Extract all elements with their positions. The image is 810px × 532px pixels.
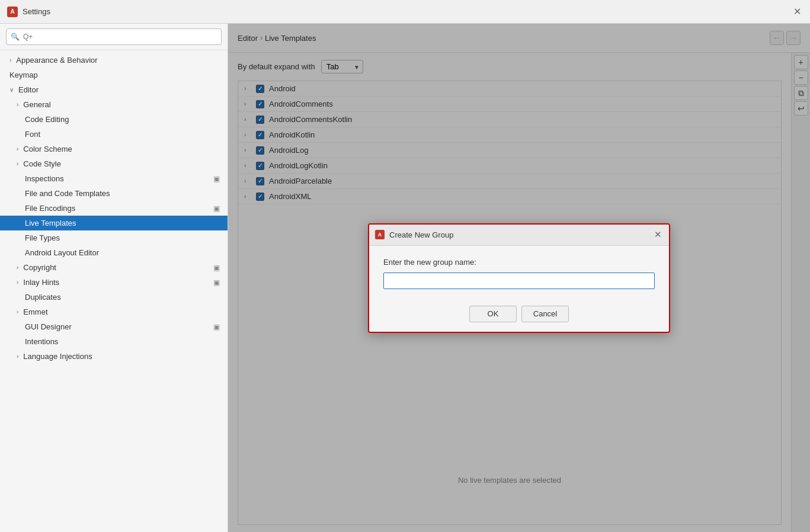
title-bar: A Settings ✕ [0,0,810,24]
modal-body: Enter the new group name: [369,246,669,299]
sidebar-item-color-scheme[interactable]: › Color Scheme [0,142,228,156]
modal-overlay: A Create New Group ✕ Enter the new group… [228,24,810,532]
sidebar-item-font[interactable]: Font [0,127,228,142]
sidebar-item-label: Inlay Hints [23,278,59,287]
sidebar-item-intentions[interactable]: Intentions [0,334,228,349]
sidebar-item-emmet[interactable]: › Emmet [0,305,228,319]
sidebar-item-label: Emmet [23,307,47,316]
sidebar: 🔍 › Appearance & Behavior Keymap ∨ Edit [0,24,228,532]
app-icon: A [7,7,18,17]
chevron-down-icon: ∨ [9,86,14,93]
sidebar-item-label: Code Style [23,159,61,168]
settings-badge-icon: ▣ [213,278,222,287]
search-input[interactable] [6,28,222,45]
sidebar-item-label: Duplicates [25,293,61,302]
chevron-right-icon: › [9,57,11,63]
chevron-right-icon: › [17,264,18,271]
sidebar-item-label: Font [25,130,40,139]
chevron-right-icon: › [17,146,18,152]
sidebar-nav: › Appearance & Behavior Keymap ∨ Editor … [0,50,228,532]
chevron-right-icon: › [17,309,18,315]
sidebar-item-label: General [23,100,50,109]
sidebar-item-label: Android Layout Editor [25,248,99,257]
create-group-dialog: A Create New Group ✕ Enter the new group… [368,223,670,333]
sidebar-item-appearance[interactable]: › Appearance & Behavior [0,53,228,68]
settings-badge-icon: ▣ [213,264,222,272]
modal-title: Create New Group [389,230,648,239]
sidebar-item-label: Intentions [25,337,58,346]
sidebar-item-live-templates[interactable]: Live Templates [0,216,228,230]
search-container: 🔍 [0,24,228,50]
chevron-right-icon: › [17,279,18,286]
modal-footer: OK Cancel [369,299,669,332]
modal-app-icon: A [375,230,385,239]
sidebar-item-file-encodings[interactable]: File Encodings ▣ [0,201,228,216]
sidebar-item-android-layout-editor[interactable]: Android Layout Editor [0,245,228,260]
chevron-right-icon: › [17,101,18,108]
sidebar-item-label: Keymap [9,70,38,79]
settings-badge-icon: ▣ [213,323,222,331]
group-name-input[interactable] [383,273,655,289]
sidebar-item-keymap[interactable]: Keymap [0,68,228,82]
window-title: Settings [23,7,50,16]
search-wrapper: 🔍 [6,28,222,45]
search-icon: 🔍 [11,33,20,41]
modal-title-bar: A Create New Group ✕ [369,225,669,246]
ok-button[interactable]: OK [469,306,517,322]
sidebar-item-label: Appearance & Behavior [16,56,97,65]
content-area: Editor › Live Templates ← → By default e… [228,24,810,532]
settings-window: A Settings ✕ 🔍 › Appearance & Behavior [0,0,810,532]
sidebar-item-duplicates[interactable]: Duplicates [0,290,228,305]
sidebar-item-editor[interactable]: ∨ Editor [0,82,228,97]
sidebar-item-label: Code Editing [25,115,69,124]
sidebar-item-label: Editor [18,85,39,94]
sidebar-item-label: Live Templates [25,219,76,227]
sidebar-item-label: Language Injections [23,352,92,361]
settings-badge-icon: ▣ [213,175,222,183]
chevron-right-icon: › [17,353,18,360]
sidebar-item-label: GUI Designer [25,322,72,331]
sidebar-item-label: Color Scheme [23,145,72,153]
sidebar-item-code-style[interactable]: › Code Style [0,156,228,171]
sidebar-item-gui-designer[interactable]: GUI Designer ▣ [0,319,228,334]
sidebar-item-inspections[interactable]: Inspections ▣ [0,171,228,186]
modal-close-button[interactable]: ✕ [652,229,663,240]
settings-badge-icon: ▣ [213,204,222,213]
sidebar-item-label: Inspections [25,174,64,183]
title-bar-left: A Settings [7,7,50,17]
modal-prompt: Enter the new group name: [383,258,655,267]
chevron-right-icon: › [17,161,18,167]
window-close-button[interactable]: ✕ [791,6,803,18]
cancel-button[interactable]: Cancel [521,306,569,322]
main-layout: 🔍 › Appearance & Behavior Keymap ∨ Edit [0,24,810,532]
sidebar-item-inlay-hints[interactable]: › Inlay Hints ▣ [0,275,228,290]
sidebar-item-copyright[interactable]: › Copyright ▣ [0,260,228,275]
sidebar-item-label: File Types [25,233,60,242]
sidebar-item-language-injections[interactable]: › Language Injections [0,349,228,364]
sidebar-item-general[interactable]: › General [0,97,228,112]
sidebar-item-file-code-templates[interactable]: File and Code Templates [0,186,228,201]
sidebar-item-label: Copyright [23,263,56,272]
sidebar-item-label: File and Code Templates [25,189,110,198]
sidebar-item-file-types[interactable]: File Types [0,230,228,245]
sidebar-item-code-editing[interactable]: Code Editing [0,112,228,127]
sidebar-item-label: File Encodings [25,204,75,213]
